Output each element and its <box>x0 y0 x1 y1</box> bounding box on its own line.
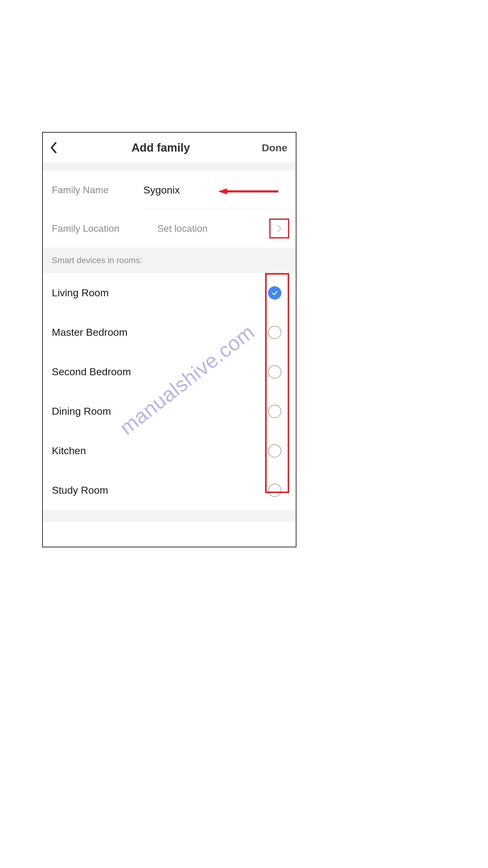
back-icon[interactable] <box>47 142 60 154</box>
room-name: Dining Room <box>52 405 263 417</box>
family-location-label: Family Location <box>52 223 139 234</box>
checkbox-checked-icon[interactable] <box>268 286 281 300</box>
family-location-row[interactable]: Family Location Set location <box>43 209 296 248</box>
family-location-placeholder: Set location <box>157 223 207 234</box>
family-name-label: Family Name <box>52 184 139 195</box>
header-bar: Add family Done <box>43 133 296 163</box>
room-row[interactable]: Study Room <box>43 470 296 510</box>
checkbox-unchecked-icon[interactable] <box>268 405 281 418</box>
room-name: Study Room <box>52 484 263 496</box>
room-row[interactable]: Master Bedroom <box>43 313 296 352</box>
divider <box>43 510 296 522</box>
checkbox-unchecked-icon[interactable] <box>268 444 281 458</box>
room-row[interactable]: Living Room <box>43 273 296 313</box>
room-row[interactable]: Kitchen <box>43 431 296 470</box>
checkbox-unchecked-icon[interactable] <box>268 365 281 378</box>
checkbox-unchecked-icon[interactable] <box>268 326 281 339</box>
page-title: Add family <box>131 141 190 154</box>
family-name-row: Family Name Sygonix <box>43 170 296 209</box>
checkbox-unchecked-icon[interactable] <box>268 484 281 497</box>
chevron-right-icon <box>276 224 282 233</box>
room-row[interactable]: Second Bedroom <box>43 352 296 392</box>
annotation-box-location <box>269 218 289 239</box>
phone-frame: Add family Done Family Name Sygonix Fami… <box>42 132 296 547</box>
room-row[interactable]: Dining Room <box>43 392 296 431</box>
family-name-input[interactable]: Sygonix <box>143 184 180 195</box>
room-name: Kitchen <box>52 445 263 457</box>
divider <box>43 163 296 170</box>
room-name: Master Bedroom <box>52 327 263 338</box>
room-name: Second Bedroom <box>52 366 263 378</box>
rooms-section-header: Smart devices in rooms: <box>43 248 296 273</box>
done-button[interactable]: Done <box>262 142 287 154</box>
room-list: Living Room Master Bedroom Second Bedroo… <box>43 273 296 510</box>
room-name: Living Room <box>52 287 263 299</box>
